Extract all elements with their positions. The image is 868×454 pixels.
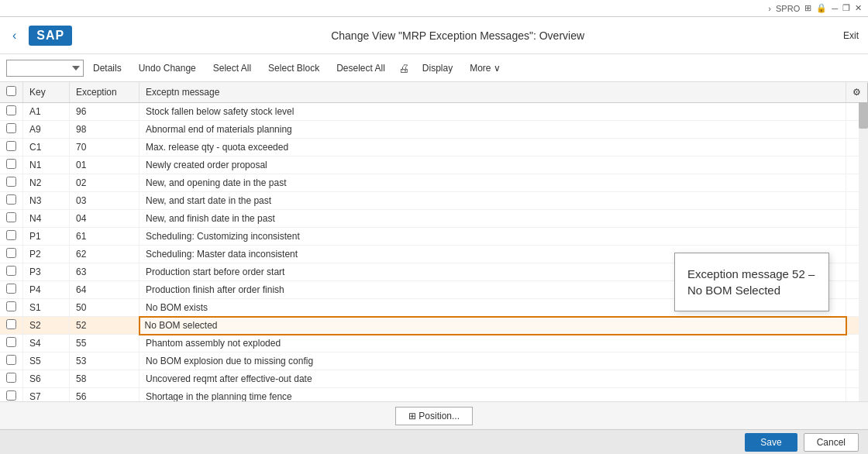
cell-message: Phantom assembly not exploded (140, 335, 846, 353)
col-header-settings[interactable]: ⚙ (846, 82, 868, 103)
cell-exception: 04 (70, 210, 140, 228)
row-checkbox[interactable] (6, 212, 16, 222)
cell-exception: 64 (70, 281, 140, 299)
cell-message: No BOM selected (140, 317, 846, 335)
table-row: N202New, and opening date in the past (0, 174, 868, 192)
cell-key: C1 (23, 139, 70, 156)
cell-exception: 01 (70, 156, 140, 174)
row-checkbox[interactable] (6, 177, 16, 187)
col-header-exception: Exception (70, 82, 140, 103)
row-checkbox[interactable] (6, 159, 16, 169)
row-checkbox[interactable] (6, 390, 16, 401)
cell-key: P1 (23, 228, 70, 246)
exit-button[interactable]: Exit (843, 30, 859, 41)
main-content: Key Exception Exceptn message ⚙ A196Stoc… (0, 82, 868, 401)
table-row: C170Max. release qty - quota exceeded (0, 139, 868, 156)
select-block-button[interactable]: Select Block (260, 60, 327, 77)
row-checkbox[interactable] (6, 301, 16, 311)
bottom-toolbar: ⊞ Position... (0, 401, 868, 429)
cell-key: S7 (23, 388, 70, 402)
col-header-key: Key (23, 82, 70, 103)
cell-exception: 63 (70, 263, 140, 281)
row-checkbox[interactable] (6, 141, 16, 151)
cell-key: P3 (23, 263, 70, 281)
cell-key: S5 (23, 353, 70, 370)
cell-key: N3 (23, 192, 70, 210)
cell-key: A9 (23, 121, 70, 139)
select-all-checkbox[interactable] (6, 86, 16, 96)
view-selector[interactable] (6, 60, 84, 77)
scroll-track[interactable] (859, 82, 868, 401)
cell-exception: 62 (70, 246, 140, 263)
col-header-message: Exceptn message (140, 82, 846, 103)
save-button[interactable]: Save (745, 433, 797, 452)
page-title: Change View "MRP Exception Messages": Ov… (81, 29, 834, 42)
back-button[interactable]: ‹ (9, 26, 19, 46)
cancel-button[interactable]: Cancel (804, 433, 859, 452)
cell-key: N4 (23, 210, 70, 228)
cell-key: S1 (23, 299, 70, 317)
row-checkbox[interactable] (6, 319, 16, 329)
table-row: A196Stock fallen below safety stock leve… (0, 103, 868, 121)
restore-icon[interactable]: ❐ (842, 3, 850, 13)
table-row: N404New, and finish date in the past (0, 210, 868, 228)
cell-message: Newly created order proposal (140, 156, 846, 174)
top-bar: › SPRO ⊞ 🔒 ─ ❐ ✕ (0, 0, 868, 17)
top-bar-icons: › SPRO ⊞ 🔒 ─ ❐ ✕ (768, 3, 862, 13)
table-row: S553No BOM explosion due to missing conf… (0, 353, 868, 370)
row-checkbox[interactable] (6, 284, 16, 294)
table-row: P161Scheduling: Customizing inconsistent (0, 228, 868, 246)
table-container[interactable]: Key Exception Exceptn message ⚙ A196Stoc… (0, 82, 868, 401)
more-button[interactable]: More ∨ (462, 60, 508, 77)
cell-exception: 70 (70, 139, 140, 156)
row-checkbox[interactable] (6, 105, 16, 115)
col-header-checkbox (0, 82, 23, 103)
select-all-button[interactable]: Select All (205, 60, 259, 77)
cell-key: P2 (23, 246, 70, 263)
cell-message: Uncovered reqmt after effective-out date (140, 370, 846, 388)
row-checkbox[interactable] (6, 355, 16, 365)
cell-key: A1 (23, 103, 70, 121)
minimize-icon[interactable]: ─ (832, 4, 838, 13)
cell-message: No BOM explosion due to missing config (140, 353, 846, 370)
cell-key: N1 (23, 156, 70, 174)
cell-key: S6 (23, 370, 70, 388)
table-row: A998Abnormal end of materials planning (0, 121, 868, 139)
tooltip-box: Exception message 52 – No BOM Selected (674, 253, 829, 311)
cell-message: Scheduling: Customizing inconsistent (140, 228, 846, 246)
cell-key: P4 (23, 281, 70, 299)
header-bar: ‹ SAP Change View "MRP Exception Message… (0, 17, 868, 54)
toolbar: Details Undo Change Select All Select Bl… (0, 54, 868, 82)
row-checkbox[interactable] (6, 123, 16, 133)
tooltip-text: Exception message 52 – No BOM Selected (687, 267, 815, 297)
table-row: S252No BOM selected (0, 317, 868, 335)
print-button[interactable]: 🖨 (394, 60, 413, 77)
row-checkbox[interactable] (6, 194, 16, 205)
row-checkbox[interactable] (6, 266, 16, 276)
cell-message: New, and finish date in the past (140, 210, 846, 228)
row-checkbox[interactable] (6, 248, 16, 258)
sap-logo: SAP (29, 26, 72, 46)
undo-change-button[interactable]: Undo Change (131, 60, 204, 77)
deselect-all-button[interactable]: Deselect All (329, 60, 393, 77)
cell-exception: 56 (70, 388, 140, 402)
chevron-right-icon: › (768, 4, 771, 13)
row-checkbox[interactable] (6, 373, 16, 383)
table-row: S658Uncovered reqmt after effective-out … (0, 370, 868, 388)
cell-key: S2 (23, 317, 70, 335)
table-row: S455Phantom assembly not exploded (0, 335, 868, 353)
cell-exception: 61 (70, 228, 140, 246)
row-checkbox[interactable] (6, 337, 16, 347)
cell-message: Max. release qty - quota exceeded (140, 139, 846, 156)
cell-message: Stock fallen below safety stock level (140, 103, 846, 121)
details-button[interactable]: Details (85, 60, 129, 77)
close-icon[interactable]: ✕ (855, 3, 862, 13)
display-button[interactable]: Display (415, 60, 460, 77)
cell-key: N2 (23, 174, 70, 192)
cell-exception: 02 (70, 174, 140, 192)
position-button[interactable]: ⊞ Position... (395, 407, 473, 425)
breadcrumb-label: SPRO (776, 4, 800, 13)
row-checkbox[interactable] (6, 230, 16, 240)
cell-exception: 96 (70, 103, 140, 121)
cell-message: Abnormal end of materials planning (140, 121, 846, 139)
